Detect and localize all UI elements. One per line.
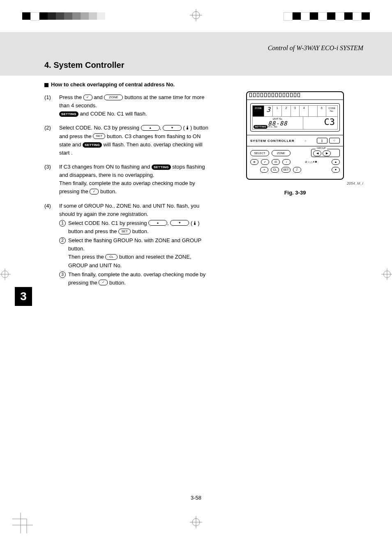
setting-badge-icon: SETTING	[254, 125, 267, 129]
display-code-segment: C3	[303, 117, 337, 129]
running-head: Control of W-3WAY ECO-i SYSTEM	[268, 44, 363, 52]
step-4-sub-3: 3 Then finally, complete the auto. overl…	[59, 271, 209, 287]
circled-number-icon: 1	[59, 220, 66, 227]
display-zone-label: ZONE	[253, 106, 264, 116]
cl-button-icon: CL	[105, 254, 118, 260]
figure-caption: Fig. 3-39	[223, 190, 367, 196]
page-header: Control of W-3WAY ECO-i SYSTEM 4. System…	[0, 32, 392, 76]
setting-badge-icon: SETTING	[83, 142, 102, 148]
set-button-icon: SET	[118, 229, 131, 234]
registration-marks-right	[284, 12, 370, 20]
display-cell: 1	[273, 106, 282, 116]
down-button: ▼	[332, 167, 340, 173]
group-left-button: ◀	[313, 150, 321, 156]
figure-code: 2054_M_I	[223, 181, 367, 185]
down-button-icon	[163, 125, 182, 131]
down-button-icon	[170, 220, 189, 226]
figure-column: ZONE 3 1 2 3 4 6 CODE No. UNIT No. 88-88	[223, 81, 367, 293]
crop-mark-icon	[190, 516, 202, 530]
up-button-icon	[141, 125, 160, 131]
corner-crop-icon	[12, 513, 33, 535]
temp-icon: 🌡	[192, 220, 198, 226]
circled-number-icon: 2	[59, 237, 66, 244]
display-cell	[309, 106, 318, 116]
display-cell: 3	[291, 106, 300, 116]
controller-display: ZONE 3 1 2 3 4 6 CODE No. UNIT No. 88-88	[250, 103, 340, 132]
circled-number-icon: 3	[59, 271, 66, 278]
fan-button-icon: ⊟	[272, 159, 280, 165]
controller-diagram: ZONE 3 1 2 3 4 6 CODE No. UNIT No. 88-88	[246, 91, 344, 180]
flap-button-icon: ↕	[282, 159, 291, 165]
section-title: 4. System Controller	[44, 60, 125, 70]
sub-heading: How to check overlapping of central addr…	[44, 81, 209, 88]
group-button-frame: GROUP ◀ ▶	[311, 149, 340, 157]
crop-mark-icon	[190, 9, 202, 21]
step-1: (1) Press the ✓ and ZONE buttons at the …	[44, 93, 209, 118]
mode-button-icon: ⊕	[250, 159, 258, 165]
square-bullet-icon	[44, 83, 48, 87]
zone-button: ZONE	[272, 150, 291, 156]
set-button: SET	[281, 167, 291, 173]
step-2: (2) Select CODE. No. C3 by pressing , (🌡…	[44, 124, 209, 157]
setting-badge-icon: SETTING	[59, 111, 78, 117]
display-cell: 4	[300, 106, 309, 116]
display-cell: 2	[282, 106, 291, 116]
timer-button-icon: ≡	[260, 167, 268, 173]
step-3: (3) If C3 changes from ON to flashing an…	[44, 163, 209, 196]
power-on-button: |	[317, 138, 327, 144]
page-number: 3-58	[0, 495, 392, 501]
step-4: (4) If some of GROUP No., ZONE No. and U…	[44, 202, 209, 287]
check-button-icon: ✓	[83, 95, 92, 100]
step-4-sub-2: 2 Select the flashing GROUP No. with ZON…	[59, 236, 209, 270]
power-off-button: ○	[329, 138, 340, 144]
display-zone-cell: 3	[264, 106, 273, 116]
up-button: ▲	[332, 159, 340, 165]
instructions-column: How to check overlapping of central addr…	[44, 81, 209, 293]
group-right-button: ▶	[323, 150, 331, 156]
zone-button-icon: ZONE	[104, 95, 123, 100]
controller-label-row: SYSTEM CONTROLLER ○ | ○	[247, 136, 343, 145]
cl-button: CL	[271, 167, 279, 173]
registration-marks-left	[22, 12, 105, 20]
select-button: SELECT	[250, 150, 269, 156]
controller-vent-icon	[247, 92, 343, 100]
display-unit-segment: UNIT No. 88-88 SETTING R.C. No.	[253, 117, 303, 129]
step-4-sub-1: 1 Select CODE No. C1 by pressing , (🌡) b…	[59, 219, 209, 236]
icon-strip: ⊘☼△☀✱	[293, 160, 329, 164]
check-button-icon: ✓	[261, 159, 269, 165]
display-cell: 6	[318, 106, 327, 116]
set-button-icon: SET	[93, 133, 105, 139]
setting-badge-icon: SETTING	[152, 164, 171, 170]
check-button-icon: ✓	[99, 280, 108, 285]
temp-icon: 🌡	[185, 125, 190, 131]
power-led-icon: ○	[304, 139, 307, 142]
vent-button-icon: ⤴	[293, 167, 301, 173]
display-code-label: CODE No.	[326, 106, 337, 116]
up-button-icon	[148, 220, 167, 226]
chapter-tab: 3	[15, 287, 32, 306]
check-button-icon: ✓	[90, 189, 99, 194]
